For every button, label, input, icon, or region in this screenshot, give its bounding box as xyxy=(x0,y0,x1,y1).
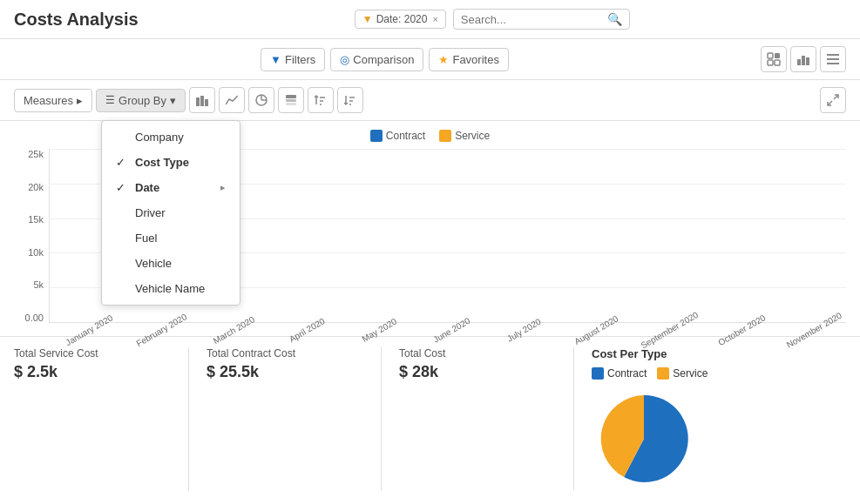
total-cost-item: Total Cost $ 28k xyxy=(399,347,573,491)
service-legend-dot xyxy=(439,130,451,142)
toolbar: ▼ Filters ◎ Comparison ★ Favorites xyxy=(0,39,860,80)
y-label-10k: 10k xyxy=(28,247,44,258)
pie-chart xyxy=(592,386,696,491)
kanban-view-button[interactable] xyxy=(761,46,787,72)
pie-legend: Contract Service xyxy=(592,367,846,380)
pie-service-dot xyxy=(657,367,669,380)
filter-label: Date: 2020 xyxy=(376,13,428,25)
header: Costs Analysis ▼ Date: 2020 × 🔍 xyxy=(0,0,860,39)
check-date-icon: ✓ xyxy=(116,181,130,194)
header-center: ▼ Date: 2020 × 🔍 xyxy=(139,9,846,30)
bar-chart-icon-button[interactable] xyxy=(189,87,215,113)
expand-icon-button[interactable] xyxy=(820,87,846,113)
comparison-label: Comparison xyxy=(353,53,414,66)
divider-3 xyxy=(573,347,574,491)
summary-section: Total Service Cost $ 2.5k Total Contract… xyxy=(0,336,860,501)
total-contract-cost-value: $ 25.5k xyxy=(207,363,363,381)
dropdown-driver-label: Driver xyxy=(135,206,166,219)
y-label-20k: 20k xyxy=(28,182,44,192)
sub-toolbar: Measures ▸ ☰ Group By ▾ Company ✓ Cost T… xyxy=(0,80,860,121)
svg-rect-17 xyxy=(286,99,296,102)
svg-rect-9 xyxy=(827,63,839,64)
dropdown-item-vehicle-name[interactable]: Vehicle Name xyxy=(102,276,240,301)
dropdown-item-company[interactable]: Company xyxy=(102,124,240,150)
menu-icon: ☰ xyxy=(105,94,115,106)
pie-section: Cost Per Type Contract Service xyxy=(592,347,846,491)
pie-container xyxy=(592,386,846,491)
dropdown-fuel-label: Fuel xyxy=(135,232,157,245)
filters-button[interactable]: ▼ Filters xyxy=(261,48,325,71)
y-label-0: 0.00 xyxy=(25,312,44,323)
y-label-5k: 5k xyxy=(33,279,44,290)
check-cost-type-icon: ✓ xyxy=(116,156,130,169)
search-input[interactable] xyxy=(461,13,607,26)
svg-rect-12 xyxy=(205,99,208,106)
filter-icon: ▼ xyxy=(270,53,281,66)
divider-2 xyxy=(381,347,382,491)
svg-rect-6 xyxy=(806,57,809,65)
favorites-button[interactable]: ★ Favorites xyxy=(429,48,508,71)
dropdown-item-cost-type[interactable]: ✓ Cost Type xyxy=(102,150,240,175)
sort-desc-icon-button[interactable] xyxy=(337,87,363,113)
measures-label: Measures xyxy=(24,94,73,107)
legend-contract: Contract xyxy=(370,130,425,142)
comparison-button[interactable]: ◎ Comparison xyxy=(330,48,423,71)
filter-tag[interactable]: ▼ Date: 2020 × xyxy=(355,10,446,29)
dropdown-item-fuel[interactable]: Fuel xyxy=(102,225,240,251)
search-icon[interactable]: 🔍 xyxy=(607,12,622,26)
y-label-15k: 15k xyxy=(28,214,44,225)
funnel-icon: ▼ xyxy=(362,13,373,25)
measures-arrow-icon: ▸ xyxy=(77,94,83,107)
bar-chart-view-button[interactable] xyxy=(790,46,816,72)
contract-legend-label: Contract xyxy=(386,130,425,142)
filter-close-icon[interactable]: × xyxy=(432,14,437,24)
star-icon: ★ xyxy=(438,53,449,66)
pie-chart-icon-button[interactable] xyxy=(248,87,274,113)
x-labels: January 2020February 2020March 2020April… xyxy=(49,323,846,336)
pie-contract-label: Contract xyxy=(607,367,647,380)
line-chart-icon-button[interactable] xyxy=(219,87,245,113)
svg-rect-1 xyxy=(775,53,780,58)
dropdown-item-date[interactable]: ✓ Date ▸ xyxy=(102,175,240,200)
total-service-cost-label: Total Service Cost xyxy=(14,347,171,360)
dropdown-item-driver[interactable]: Driver xyxy=(102,200,240,225)
search-box: 🔍 xyxy=(453,9,630,30)
total-service-cost-value: $ 2.5k xyxy=(14,363,171,381)
svg-rect-11 xyxy=(200,96,204,106)
nav-tabs: ▼ Filters ◎ Comparison ★ Favorites xyxy=(14,48,755,71)
y-label-25k: 25k xyxy=(28,149,44,159)
total-contract-cost-label: Total Contract Cost xyxy=(207,347,363,360)
total-contract-cost-item: Total Contract Cost $ 25.5k xyxy=(207,347,381,491)
svg-rect-5 xyxy=(802,56,805,65)
svg-rect-0 xyxy=(768,53,773,58)
service-legend-label: Service xyxy=(455,130,490,142)
pie-contract-dot xyxy=(592,367,604,380)
measures-button[interactable]: Measures ▸ xyxy=(14,89,92,112)
dropdown-vehicle-label: Vehicle xyxy=(135,257,172,270)
group-by-arrow-icon: ▾ xyxy=(170,94,176,107)
dropdown-item-vehicle[interactable]: Vehicle xyxy=(102,251,240,276)
contract-legend-dot xyxy=(370,130,383,142)
total-cost-value: $ 28k xyxy=(399,363,556,381)
svg-rect-4 xyxy=(797,59,801,65)
comparison-icon: ◎ xyxy=(340,53,349,66)
favorites-label: Favorites xyxy=(452,53,498,66)
list-view-button[interactable] xyxy=(820,46,846,72)
sort-asc-icon-button[interactable] xyxy=(308,87,334,113)
svg-rect-2 xyxy=(768,60,773,65)
pie-title: Cost Per Type xyxy=(592,347,846,360)
pie-legend-service: Service xyxy=(657,367,708,380)
filters-label: Filters xyxy=(285,53,315,66)
stack-icon-button[interactable] xyxy=(278,87,304,113)
dropdown-date-label: Date xyxy=(135,181,159,194)
divider-1 xyxy=(188,347,189,491)
x-axis: January 2020February 2020March 2020April… xyxy=(14,323,846,336)
pie-service-label: Service xyxy=(673,367,708,380)
svg-rect-18 xyxy=(286,103,296,105)
svg-rect-3 xyxy=(775,60,780,65)
group-by-button[interactable]: ☰ Group By ▾ xyxy=(96,89,186,112)
group-by-dropdown: Company ✓ Cost Type ✓ Date ▸ Driver Fuel… xyxy=(101,120,240,306)
x-axis-spacer xyxy=(14,323,49,336)
svg-rect-8 xyxy=(827,58,839,60)
dropdown-company-label: Company xyxy=(135,131,184,144)
